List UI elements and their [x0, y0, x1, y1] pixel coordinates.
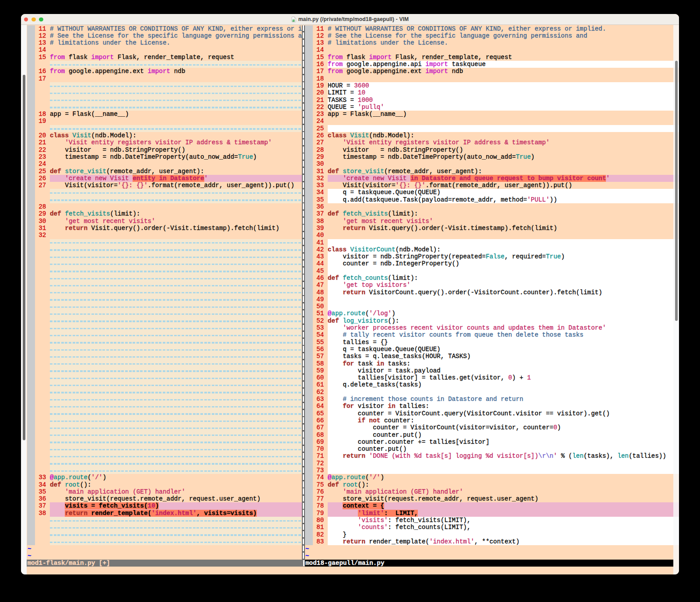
svg-text:PY: PY	[292, 19, 294, 21]
